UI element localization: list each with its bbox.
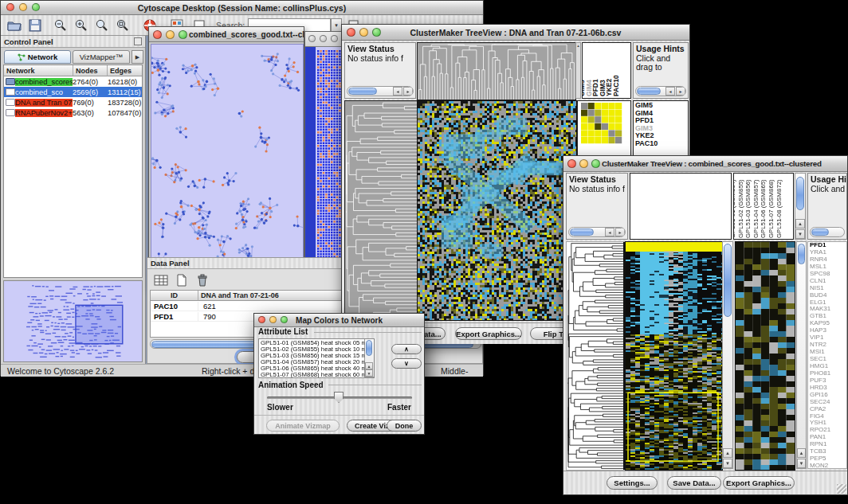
open-folder-icon[interactable] [6, 18, 23, 33]
tv2-column-dendrogram-area[interactable] [630, 173, 732, 240]
tv2-gene-label[interactable]: PUF3 [810, 377, 846, 385]
zoom-fit-icon[interactable] [114, 18, 132, 33]
tv1-heatmap[interactable] [417, 100, 577, 321]
zoom-in-icon[interactable] [73, 18, 90, 33]
tv2-gene-label[interactable]: MAK31 [810, 306, 846, 313]
animation-slider-thumb[interactable] [334, 392, 344, 403]
overview-canvas[interactable] [4, 281, 142, 361]
tv1-gene-label[interactable]: PAC10 [635, 140, 688, 148]
tv2-gene-label[interactable]: PEP5 [810, 455, 846, 463]
tv1-gene-label[interactable]: PFD1 [635, 117, 688, 125]
tv2-gene-label[interactable]: VIP1 [810, 334, 846, 342]
tv2-gene-label[interactable]: MSL1 [810, 264, 846, 271]
new-attribute-icon[interactable] [173, 272, 190, 288]
zoom-selected-icon[interactable] [93, 18, 111, 33]
tv2-column-label[interactable]: GPL51-08 (GSM872) [775, 179, 783, 238]
tv2-status-hscroll[interactable]: ◂ ▸ [568, 227, 626, 237]
tv1-row-dendrogram[interactable] [344, 100, 418, 321]
tv2-gene-label[interactable]: FIG4 [810, 413, 846, 420]
scroll-up-arrow[interactable]: ▲ [723, 448, 732, 458]
zoom-button[interactable] [591, 159, 600, 168]
float-panel-icon[interactable] [134, 37, 142, 45]
scroll-thumb[interactable] [348, 88, 377, 95]
scroll-down-arrow[interactable]: ▼ [795, 229, 805, 239]
close-button[interactable] [567, 159, 576, 168]
tv2-column-label[interactable]: GPL51-04 (GSM857) [752, 179, 760, 238]
export-graphics-button[interactable]: Export Graphics... [455, 327, 522, 340]
tv1-hints-hscroll[interactable]: ◂ ▸ [635, 86, 686, 96]
tv2-gene-label[interactable]: RNR4 [810, 256, 846, 264]
minimize-button[interactable] [166, 30, 175, 39]
scroll-right-arrow[interactable]: ▸ [615, 228, 625, 236]
treeview2-titlebar[interactable]: ClusterMaker TreeView : combined_scores_… [563, 156, 847, 172]
minimize-button[interactable] [320, 35, 327, 42]
tv2-column-label[interactable]: GPL51-03 (GSM856) [744, 179, 752, 238]
col-nodes[interactable]: Nodes [73, 65, 108, 76]
resize-grip[interactable] [837, 484, 846, 494]
tv1-gene-label[interactable]: GIM4 [635, 110, 688, 118]
tv2-gene-label[interactable]: YRA1 [810, 249, 846, 256]
tv2-zoom-heatmap[interactable] [735, 241, 795, 471]
scroll-up-arrow[interactable]: ▲ [365, 362, 373, 369]
search-dropdown-arrow[interactable]: ▾ [331, 18, 342, 32]
tv1-gene-label[interactable]: GIM5 [635, 102, 688, 110]
move-up-button[interactable]: ∧ [391, 344, 422, 354]
attribute-table-icon[interactable] [152, 272, 170, 288]
network-grid-canvas[interactable] [316, 47, 344, 290]
move-down-button[interactable]: ∨ [391, 358, 422, 369]
tv2-labels-vscroll[interactable]: ▲ ▼ [795, 173, 806, 240]
tv2-gene-label[interactable]: MON2 [810, 463, 846, 470]
main-titlebar[interactable]: Cytoscape Desktop (Session Name: collins… [1, 1, 483, 15]
tv2-heatmap-vscroll[interactable]: ▲ ▼ [722, 241, 733, 469]
tv2-gene-label[interactable]: TCB3 [810, 448, 846, 455]
tab-vizmapper[interactable]: VizMapper™ [73, 50, 130, 64]
tv2-gene-label[interactable]: SEC24 [810, 399, 846, 406]
network-canvas[interactable] [151, 44, 304, 288]
save-icon[interactable] [26, 18, 44, 33]
scroll-thumb[interactable] [570, 229, 594, 236]
scroll-left-arrow[interactable]: ◂ [605, 228, 614, 236]
tv2-gene-label[interactable]: PAN1 [810, 434, 846, 441]
animate-vizmap-button[interactable]: Animate Vizmap [266, 420, 340, 432]
tv2-gene-label[interactable]: HAP3 [810, 327, 846, 334]
attribute-listbox[interactable]: GPL51-01 (GSM854) heat shock 05 minGPL51… [258, 338, 375, 378]
tv1-summary-heatmap[interactable] [581, 103, 622, 146]
scroll-thumb[interactable] [811, 229, 829, 236]
export-graphics-button[interactable]: Export Graphics... [723, 476, 795, 490]
scroll-right-arrow[interactable]: ▸ [676, 87, 685, 96]
zoom-out-icon[interactable] [52, 18, 69, 33]
col-edges[interactable]: Edges [108, 65, 142, 76]
tv2-gene-label[interactable]: HRD3 [810, 385, 846, 392]
network-table-row[interactable]: combined_scores2764(0)16218(0) [4, 76, 142, 87]
close-button[interactable] [308, 35, 316, 42]
tv2-column-label[interactable]: GPL51-07 (GSM868) [768, 179, 775, 238]
tv2-heatmap[interactable] [625, 241, 723, 471]
save-data-button[interactable]: Save Data... [667, 476, 721, 490]
tv2-gene-label[interactable]: RPN1 [810, 441, 846, 448]
tab-network[interactable]: Network [4, 50, 71, 64]
scroll-up-arrow[interactable]: ▲ [797, 448, 806, 458]
tab-overflow-button[interactable]: ▶ [132, 50, 143, 64]
scroll-down-arrow[interactable]: ▼ [797, 459, 806, 468]
network-view-titlebar[interactable]: combined_scores_good.txt--cluste... [149, 27, 304, 42]
tv2-hints-hscroll[interactable] [810, 227, 845, 237]
tv2-column-label[interactable]: GPL51-01 (GSM854) [733, 179, 736, 238]
tv2-gene-label[interactable]: RPO21 [810, 427, 846, 434]
network-table-row[interactable]: DNA and Tran 07769(0)183728(0) [4, 97, 142, 107]
tv1-column-label[interactable]: PAC10 [612, 75, 620, 96]
tv2-column-label[interactable]: GPL51-06 (GSM865) [760, 179, 767, 238]
tv2-gene-label[interactable]: PFD1 [810, 242, 846, 249]
settings-button[interactable]: Settings... [607, 476, 658, 490]
scroll-thumb[interactable] [724, 244, 732, 317]
tv2-gene-label[interactable]: SEC1 [810, 356, 846, 363]
tv1-gene-label[interactable]: YKE2 [635, 132, 688, 140]
tv2-gene-label[interactable]: NTR2 [810, 342, 846, 349]
tv1-gene-label[interactable]: GIM3 [635, 125, 688, 133]
network-table-row[interactable]: RNAPuberNov2+563(0)107847(0) [4, 107, 142, 118]
tv2-gene-label[interactable]: CLN1 [810, 278, 846, 285]
scroll-down-arrow[interactable]: ▼ [365, 369, 373, 377]
treeview1-titlebar[interactable]: ClusterMaker TreeView : DNA and Tran 07-… [342, 25, 689, 41]
tv2-column-label[interactable]: GPL51-02 (GSM855) [737, 179, 744, 238]
close-button[interactable] [153, 30, 162, 39]
tv2-gene-label[interactable]: GTB1 [810, 313, 846, 320]
